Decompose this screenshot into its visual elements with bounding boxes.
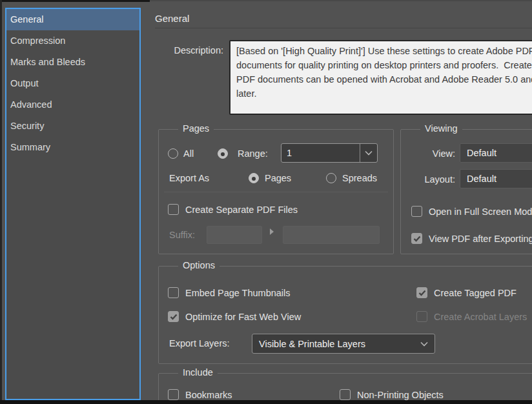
non-printing-objects-checkbox[interactable]	[340, 389, 351, 400]
create-separate-pdf-checkbox[interactable]	[168, 204, 179, 215]
pages-group-legend: Pages	[178, 123, 214, 134]
sidebar-item-output[interactable]: Output	[6, 73, 139, 94]
options-group: Options Embed Page Thumbnails Create Tag…	[158, 266, 532, 364]
pages-range-label: Range:	[238, 144, 268, 163]
pages-group-divider	[164, 192, 388, 192]
window-top-left-edge	[0, 0, 150, 2]
sidebar-item-summary[interactable]: Summary	[6, 137, 139, 158]
create-acrobat-layers-checkbox	[416, 311, 427, 322]
embed-thumbnails-label: Embed Page Thumbnails	[185, 283, 291, 303]
open-fullscreen-checkbox[interactable]	[411, 206, 422, 217]
checkmark-icon	[413, 236, 421, 242]
create-separate-pdf-label: Create Separate PDF Files	[185, 200, 298, 219]
description-line: PDF documents can be opened with Acrobat…	[236, 72, 532, 86]
arrow-right-icon	[269, 228, 274, 236]
optimize-fast-web-label: Optimize for Fast Web View	[185, 307, 301, 327]
page-range-dropdown-button[interactable]	[360, 144, 377, 162]
optimize-fast-web-checkbox[interactable]	[168, 311, 179, 322]
page-title: General	[155, 13, 189, 24]
view-dropdown[interactable]: Default	[460, 143, 532, 163]
export-as-pages-label: Pages	[265, 168, 291, 188]
description-label: Description:	[155, 45, 223, 56]
page-range-value[interactable]: 1	[281, 148, 360, 158]
export-pdf-dialog: General Compression Marks and Bleeds Out…	[0, 0, 532, 404]
pages-range-radio[interactable]	[218, 148, 228, 159]
window-bottom-edge	[0, 400, 532, 404]
embed-thumbnails-checkbox[interactable]	[168, 287, 179, 298]
suffix-input	[207, 226, 262, 244]
sidebar-item-advanced[interactable]: Advanced	[6, 94, 139, 116]
layout-dropdown[interactable]: Default	[460, 169, 532, 188]
checkmark-icon	[170, 314, 178, 320]
description-textarea[interactable]: [Based on '[High Quality Print]'] Use th…	[229, 40, 532, 115]
viewing-group-legend: Viewing	[420, 123, 462, 134]
checkmark-icon	[418, 290, 426, 296]
layout-label: Layout:	[401, 170, 455, 189]
description-line: [Based on '[High Quality Print]'] Use th…	[236, 44, 532, 58]
view-dropdown-value: Default	[460, 148, 532, 158]
chevron-down-icon	[420, 341, 428, 347]
sidebar-item-security[interactable]: Security	[6, 116, 139, 137]
view-pdf-after-export-checkbox[interactable]	[411, 233, 422, 244]
include-group-legend: Include	[178, 367, 218, 378]
create-tagged-pdf-label: Create Tagged PDF	[434, 283, 517, 303]
export-as-pages-radio[interactable]	[249, 173, 259, 183]
sidebar-item-general[interactable]: General	[6, 9, 139, 30]
settings-category-list: General Compression Marks and Bleeds Out…	[5, 8, 141, 400]
include-group: Include Bookmarks Non-Printing Objects	[158, 373, 532, 404]
view-pdf-after-export-label: View PDF after Exporting	[429, 229, 532, 248]
bookmarks-checkbox[interactable]	[168, 389, 179, 400]
export-as-label: Export As	[169, 168, 209, 188]
page-range-combobox[interactable]: 1	[281, 143, 378, 163]
export-layers-value: Visible & Printable Layers	[252, 339, 420, 349]
window-left-edge	[0, 0, 2, 404]
pages-all-radio[interactable]	[168, 148, 178, 159]
suffix-preview-input	[283, 226, 380, 244]
open-fullscreen-label: Open in Full Screen Mode	[429, 202, 532, 221]
layout-dropdown-value: Default	[460, 174, 532, 184]
suffix-label: Suffix:	[169, 225, 195, 245]
chevron-down-icon	[365, 150, 373, 156]
pages-group: Pages All Range: 1 Export As Pages Sprea…	[158, 129, 394, 254]
export-as-spreads-radio[interactable]	[326, 173, 336, 183]
header-divider	[155, 28, 532, 28]
pages-all-label: All	[183, 144, 194, 163]
description-line: documents for quality printing on deskto…	[236, 58, 532, 72]
view-label: View:	[401, 144, 455, 163]
export-layers-dropdown[interactable]: Visible & Printable Layers	[252, 334, 435, 354]
viewing-group: Viewing View: Default Layout: Default Op…	[400, 129, 532, 254]
description-line: later.	[236, 86, 532, 101]
create-acrobat-layers-label: Create Acrobat Layers	[434, 307, 527, 327]
export-layers-label: Export Layers:	[169, 334, 230, 354]
export-as-spreads-label: Spreads	[342, 168, 377, 188]
sidebar-item-compression[interactable]: Compression	[6, 30, 139, 52]
sidebar-item-marks-and-bleeds[interactable]: Marks and Bleeds	[6, 52, 139, 73]
create-tagged-pdf-checkbox[interactable]	[416, 287, 427, 298]
options-group-legend: Options	[178, 260, 220, 270]
